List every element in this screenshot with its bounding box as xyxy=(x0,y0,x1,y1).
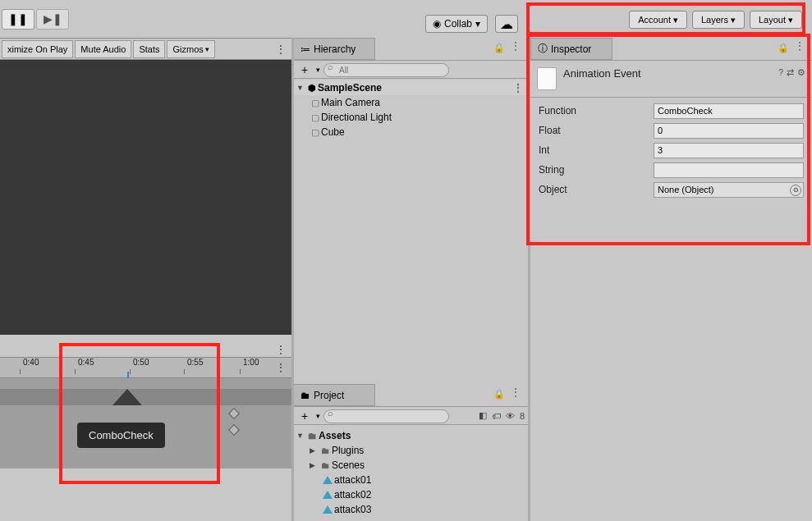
cube-icon: ▢ xyxy=(311,98,319,108)
hierarchy-toolbar: + ▾ xyxy=(293,61,528,79)
property-label: Float xyxy=(539,125,645,136)
preset-icon[interactable]: ⇄ xyxy=(787,67,794,78)
add-button[interactable]: + xyxy=(296,62,313,77)
gizmos-button[interactable]: Gizmos xyxy=(167,40,214,58)
pause-button[interactable]: ❚❚ xyxy=(2,9,34,30)
property-label: Function xyxy=(539,105,645,117)
gear-icon[interactable]: ⚙ xyxy=(797,67,805,78)
svg-marker-3 xyxy=(323,505,333,514)
project-folder-row[interactable]: ▶ 🖿 Plugins xyxy=(293,443,528,458)
chevron-down-icon[interactable]: ▾ xyxy=(316,412,320,420)
scene-menu-icon[interactable]: ⋮ xyxy=(513,82,523,94)
gameobject-row[interactable]: ▢ Directional Light xyxy=(293,110,528,125)
inspector-header: Animation Event ? ⇄ ⚙ xyxy=(530,61,812,98)
scene-row[interactable]: ▼ ⬢ SampleScene ⋮ xyxy=(293,80,528,95)
lock-icon[interactable]: 🔒 xyxy=(778,43,789,53)
chevron-down-icon: ▾ xyxy=(475,18,480,30)
game-view xyxy=(0,60,291,335)
help-icon[interactable]: ? xyxy=(778,67,783,78)
timeline-ruler[interactable]: 0:40 0:45 0:50 0:55 1:00 xyxy=(0,357,291,378)
project-search-input[interactable] xyxy=(323,409,449,423)
tab-label: Inspector xyxy=(551,43,591,55)
gameobject-name: Cube xyxy=(321,126,345,138)
cube-icon: ▢ xyxy=(311,112,319,123)
menu-icon[interactable]: ⋮ xyxy=(275,361,287,374)
menu-icon[interactable]: ⋮ xyxy=(270,43,291,56)
scene-name: SampleScene xyxy=(318,82,382,94)
chevron-down-icon: ▾ xyxy=(673,15,678,25)
menu-icon[interactable]: ⋮ xyxy=(510,386,521,399)
property-row-float: Float xyxy=(530,121,812,140)
inspector-properties: Function Float Int String Object None (O… xyxy=(530,98,812,203)
expand-arrow-icon[interactable]: ▶ xyxy=(310,461,319,469)
tab-label: Project xyxy=(314,390,344,401)
project-anim-row[interactable]: attack01 xyxy=(293,473,528,487)
anim-clip-icon xyxy=(323,475,333,485)
animation-event-marker[interactable] xyxy=(112,389,143,405)
menu-icon[interactable]: ⋮ xyxy=(275,343,287,356)
int-field[interactable] xyxy=(654,143,804,158)
collab-button[interactable]: ◉ Collab ▾ xyxy=(425,15,488,33)
step-button[interactable]: ▶❚ xyxy=(36,9,69,30)
filter-label-icon[interactable]: 🏷 xyxy=(492,411,501,421)
add-button[interactable]: + xyxy=(296,409,313,423)
event-track[interactable] xyxy=(0,389,291,405)
svg-marker-2 xyxy=(323,491,333,499)
string-field[interactable] xyxy=(654,162,804,178)
menu-icon[interactable]: ⋮ xyxy=(794,39,805,53)
tab-bar: ≔ Hierarchy 🔒 ⋮ xyxy=(293,38,528,61)
lock-icon[interactable]: 🔒 xyxy=(493,389,505,400)
game-view-options: ximize On Play Mute Audio Stats Gizmos ⋮ xyxy=(0,38,291,60)
project-anim-row[interactable]: attack03 xyxy=(293,502,528,517)
property-row-string: String xyxy=(530,160,812,180)
chevron-down-icon: ▾ xyxy=(731,15,736,25)
layout-button[interactable]: Layout▾ xyxy=(750,11,802,29)
tab-hierarchy[interactable]: ≔ Hierarchy xyxy=(293,38,375,60)
expand-arrow-icon[interactable]: ▼ xyxy=(296,432,306,440)
keyframe-diamond[interactable] xyxy=(228,408,240,419)
time-mark: 0:45 xyxy=(78,358,94,367)
mute-audio-button[interactable]: Mute Audio xyxy=(75,40,131,58)
anim-clip-icon xyxy=(323,490,333,500)
keyframe-diamond[interactable] xyxy=(228,424,240,436)
stats-button[interactable]: Stats xyxy=(133,40,165,58)
function-field[interactable] xyxy=(654,103,804,119)
property-label: Int xyxy=(539,144,645,156)
expand-arrow-icon[interactable]: ▼ xyxy=(296,84,306,92)
inspector-panel: ⓘ Inspector 🔒 ⋮ Animation Event ? ⇄ ⚙ Fu… xyxy=(530,38,812,521)
menu-icon[interactable]: ⋮ xyxy=(510,39,521,53)
panel-divider[interactable] xyxy=(528,38,530,521)
anim-clip-icon xyxy=(323,505,333,514)
event-tooltip: ComboCheck xyxy=(77,423,165,448)
expand-arrow-icon[interactable]: ▶ xyxy=(310,446,319,455)
filter-type-icon[interactable]: ◧ xyxy=(479,410,487,421)
tab-inspector[interactable]: ⓘ Inspector xyxy=(530,38,612,60)
hidden-icon[interactable]: 👁 xyxy=(506,411,515,421)
ruler-tick xyxy=(20,369,21,374)
project-anim-row[interactable]: attack02 xyxy=(293,487,528,502)
chevron-down-icon[interactable]: ▾ xyxy=(316,66,320,74)
project-root-row[interactable]: ▼ 🖿 Assets xyxy=(293,428,528,443)
hierarchy-search-input[interactable] xyxy=(323,63,449,77)
object-picker-icon[interactable]: ⊙ xyxy=(790,185,801,196)
object-field[interactable]: None (Object) ⊙ xyxy=(654,182,804,198)
ruler-tick xyxy=(130,369,131,374)
gameobject-row[interactable]: ▢ Main Camera xyxy=(293,95,528,110)
layers-button[interactable]: Layers▾ xyxy=(692,11,745,29)
tab-bar: 🖿 Project 🔒 ⋮ xyxy=(293,384,528,407)
cloud-button[interactable]: ☁ xyxy=(495,15,518,33)
property-row-function: Function xyxy=(530,101,812,121)
maximize-on-play-button[interactable]: ximize On Play xyxy=(2,40,73,58)
time-mark: 0:50 xyxy=(133,358,149,367)
project-folder-row[interactable]: ▶ 🖿 Scenes xyxy=(293,458,528,473)
gameobject-row[interactable]: ▢ Cube xyxy=(293,125,528,139)
panel-divider[interactable] xyxy=(291,38,294,521)
lock-icon[interactable]: 🔒 xyxy=(493,43,505,53)
float-field[interactable] xyxy=(654,123,804,139)
property-label: Object xyxy=(539,184,645,195)
collab-icon: ◉ xyxy=(433,18,441,30)
collab-label: Collab xyxy=(444,18,472,30)
inspector-title: Animation Event xyxy=(563,67,772,80)
account-button[interactable]: Account▾ xyxy=(629,11,687,29)
tab-project[interactable]: 🖿 Project xyxy=(293,384,375,406)
